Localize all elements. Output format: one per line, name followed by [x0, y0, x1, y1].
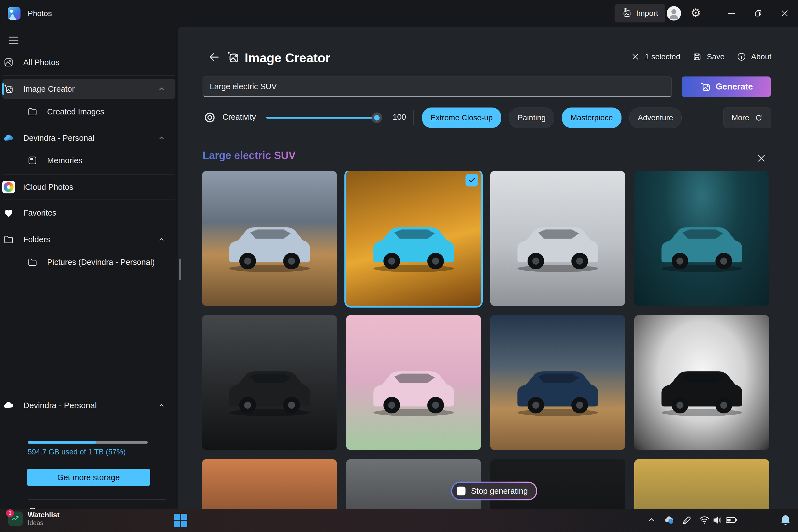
minimize-button[interactable]	[719, 2, 744, 25]
image-creator-title-icon	[226, 50, 240, 64]
app-title: Photos	[28, 9, 52, 18]
widgets-badge: 1	[6, 509, 14, 517]
storage-account-header[interactable]: Devindra - Personal	[2, 395, 175, 416]
suv-render	[649, 216, 755, 277]
sidebar-item-folders[interactable]: Folders	[2, 229, 175, 250]
sidebar-item-label: Created Images	[47, 107, 104, 116]
controls-divider	[413, 110, 414, 125]
refresh-icon	[754, 113, 763, 122]
storage-usage-text: 594.7 GB used of 1 TB (57%)	[28, 448, 126, 456]
style-chip-extreme-close-up[interactable]: Extreme Close-up	[422, 108, 501, 128]
account-avatar[interactable]	[667, 6, 681, 20]
folder-icon	[26, 107, 39, 117]
generated-image-tile[interactable]	[202, 171, 337, 306]
settings-gear-icon[interactable]: ⚙	[690, 6, 701, 20]
creativity-slider[interactable]	[266, 117, 377, 119]
creativity-label: Creativity	[223, 113, 256, 122]
prompt-input[interactable]	[203, 76, 672, 97]
generated-image-tile[interactable]	[346, 171, 481, 306]
start-button[interactable]	[174, 514, 187, 527]
chevron-up-icon[interactable]	[158, 235, 166, 243]
selected-check-icon	[466, 174, 478, 187]
generated-image-tile[interactable]	[202, 315, 337, 450]
stop-generating-button[interactable]: Stop generating	[451, 481, 537, 500]
battery-tray-icon[interactable]	[725, 516, 738, 525]
generated-image-tile[interactable]	[634, 315, 769, 450]
style-chip-adventure[interactable]: Adventure	[629, 108, 682, 128]
sidebar-item-label: Favorites	[23, 208, 56, 217]
chevron-up-icon[interactable]	[158, 401, 166, 409]
back-button[interactable]	[208, 51, 220, 63]
photos-app-logo-icon	[8, 7, 20, 20]
suv-render	[361, 504, 466, 509]
generate-label: Generate	[716, 82, 753, 92]
controls-row: Creativity 100 Extreme Close-up Painting…	[178, 108, 798, 128]
image-creator-panel: Image Creator 1 selected Save About	[178, 26, 798, 509]
suv-render	[217, 504, 322, 509]
suv-render	[505, 504, 610, 509]
more-styles-button[interactable]: More	[723, 108, 771, 128]
chevron-up-icon[interactable]	[158, 134, 166, 142]
close-button[interactable]	[772, 2, 797, 25]
onedrive-tray-icon[interactable]: i	[663, 514, 676, 526]
storage-progress-bar	[28, 441, 148, 443]
generated-image-tile[interactable]	[490, 171, 625, 306]
sidebar-item-pictures[interactable]: Pictures (Devindra - Personal)	[2, 251, 199, 273]
generated-image-tile[interactable]	[202, 459, 337, 509]
more-label: More	[732, 113, 749, 122]
titlebar: Photos Import ⚙	[0, 0, 798, 26]
save-button[interactable]: Save	[692, 52, 725, 61]
style-chip-painting[interactable]: Painting	[509, 108, 554, 128]
sidebar-item-favorites[interactable]: Favorites	[2, 202, 175, 224]
pen-tray-icon[interactable]	[681, 515, 692, 526]
sidebar-item-created-images[interactable]: Created Images	[2, 101, 199, 122]
generate-button[interactable]: Generate	[682, 76, 771, 97]
about-button[interactable]: About	[737, 52, 772, 61]
hamburger-menu-button[interactable]	[8, 36, 19, 44]
sidebar-item-onedrive-personal[interactable]: Devindra - Personal	[2, 127, 175, 149]
heart-icon	[2, 207, 15, 218]
get-more-storage-button[interactable]: Get more storage	[27, 469, 150, 486]
sidebar-item-icloud-photos[interactable]: iCloud Photos	[2, 177, 175, 197]
style-chip-masterpiece[interactable]: Masterpiece	[562, 108, 622, 128]
suv-render	[649, 360, 755, 421]
all-photos-icon	[2, 57, 15, 68]
sidebar-item-label: Memories	[47, 156, 82, 165]
scrollbar-thumb[interactable]	[179, 259, 181, 280]
generated-image-tile[interactable]	[490, 315, 625, 450]
creativity-icon	[204, 111, 216, 124]
suv-render	[361, 360, 466, 421]
tray-expand-chevron[interactable]	[647, 516, 656, 524]
folder-icon	[2, 234, 15, 245]
sidebar-item-label: All Photos	[23, 58, 60, 67]
generated-image-tile[interactable]	[634, 171, 769, 306]
storage-divider	[28, 499, 166, 500]
sidebar-item-all-photos[interactable]: All Photos	[2, 51, 175, 74]
cloud-icon	[2, 399, 15, 412]
chevron-up-icon[interactable]	[158, 85, 166, 93]
save-icon	[692, 52, 702, 61]
desktop: Photos Import ⚙	[0, 0, 798, 532]
import-button[interactable]: Import	[614, 4, 665, 22]
restore-button[interactable]	[745, 2, 771, 25]
close-results-button[interactable]	[756, 153, 767, 164]
suv-render	[505, 216, 610, 277]
volume-tray-icon[interactable]	[712, 515, 723, 525]
sidebar-item-image-creator[interactable]: Image Creator	[2, 79, 175, 99]
widgets-button[interactable]: 1 Watchlist Ideas	[8, 511, 60, 527]
icloud-photos-icon	[2, 180, 15, 193]
sidebar-item-label: Pictures (Devindra - Personal)	[47, 258, 155, 267]
sidebar-item-memories[interactable]: Memories	[2, 150, 199, 171]
notification-bell-icon[interactable]	[780, 514, 791, 527]
wifi-tray-icon[interactable]	[699, 515, 710, 525]
memories-icon	[26, 155, 39, 166]
generated-image-tile[interactable]	[346, 315, 481, 450]
slider-thumb[interactable]	[372, 113, 382, 123]
storage-account-label: Devindra - Personal	[23, 401, 97, 410]
about-label: About	[751, 52, 772, 61]
suv-render	[505, 360, 610, 421]
save-label: Save	[707, 52, 725, 61]
suv-render	[217, 360, 322, 421]
clear-selection-button[interactable]: 1 selected	[631, 52, 680, 61]
generated-image-tile[interactable]	[634, 459, 769, 509]
